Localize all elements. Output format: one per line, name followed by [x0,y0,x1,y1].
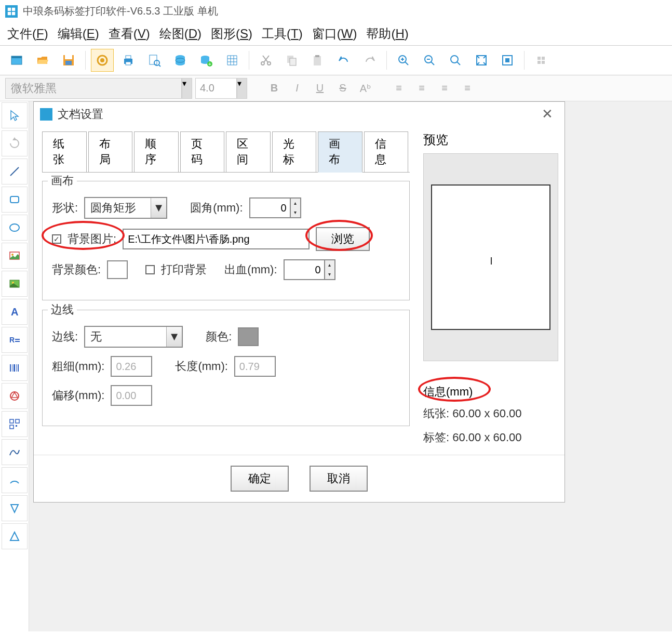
curve-tool[interactable] [2,439,28,465]
font-size-input[interactable] [195,78,237,99]
tab-info[interactable]: 信息 [364,131,409,172]
strike-button[interactable]: S [331,79,354,98]
rect-tool[interactable] [2,187,28,213]
bgimg-checkbox[interactable] [52,234,61,244]
info-label: 标签: 60.00 x 60.00 [423,426,558,450]
tab-range[interactable]: 区间 [226,131,271,172]
align-right-button[interactable]: ≡ [433,79,456,98]
menu-draw[interactable]: 绘图(D) [159,25,201,42]
picture-tool[interactable] [2,271,28,297]
chevron-down-icon[interactable]: ▼ [151,198,166,218]
menu-tool[interactable]: 工具(T) [262,25,303,42]
spin-up-icon[interactable]: ▴ [291,199,300,208]
cut-button[interactable] [254,49,277,72]
format-bar: ▾ ▾ B I U S Aᵇ ≡ ≡ ≡ ≡ [0,75,672,101]
undo-button[interactable] [332,49,355,72]
copy-button[interactable] [280,49,303,72]
font-dropdown-icon[interactable]: ▾ [182,78,192,99]
preview-button[interactable] [143,49,166,72]
tab-cursor[interactable]: 光标 [272,131,317,172]
print-button[interactable] [117,49,140,72]
ok-button[interactable]: 确定 [231,466,289,492]
zoom-out-button[interactable] [418,49,441,72]
menu-window[interactable]: 窗口(W) [312,25,357,42]
spin-down-icon[interactable]: ▾ [291,208,300,217]
redo-button[interactable] [358,49,381,72]
offset-label: 偏移(mm): [52,388,104,403]
chevron-down-icon[interactable]: ▼ [166,327,182,347]
border-combo[interactable]: 无 ▼ [84,326,183,348]
bgcolor-picker[interactable] [107,260,128,279]
shape-combo[interactable]: 圆角矩形 ▼ [84,197,167,219]
svg-rect-5 [11,56,22,58]
database-button[interactable] [169,49,192,72]
fit-button[interactable] [470,49,493,72]
open-button[interactable] [31,49,54,72]
zoom-in-button[interactable] [392,49,415,72]
text-tool[interactable]: A [2,299,28,325]
image-tool[interactable] [2,243,28,269]
length-input[interactable] [234,356,276,377]
tab-canvas[interactable]: 画布 [318,131,362,173]
rotate-tool[interactable] [2,130,28,156]
paste-button[interactable] [306,49,329,72]
app-title: 中琅条码标签打印软件-V6.5.3 工业版 单机 [23,4,218,18]
browse-button[interactable]: 浏览 [316,227,370,251]
offset-input[interactable] [111,385,152,406]
shape-tool[interactable] [2,383,28,409]
richtext-tool[interactable]: R [2,327,28,353]
zoom-reset-button[interactable] [444,49,467,72]
size-dropdown-icon[interactable]: ▾ [237,78,247,99]
svg-point-45 [451,56,458,63]
polygon-tool[interactable] [2,495,28,521]
align-justify-button[interactable]: ≡ [456,79,479,98]
underline-button[interactable]: U [308,79,331,98]
svg-line-39 [405,62,408,65]
new-doc-button[interactable] [5,49,28,72]
triangle-tool[interactable] [2,523,28,549]
menu-shape[interactable]: 图形(S) [211,25,252,42]
radius-spinner[interactable]: ▴▾ [249,197,301,218]
ellipse-tool[interactable] [2,215,28,241]
arc-tool[interactable] [2,467,28,493]
fit-page-button[interactable] [496,49,519,72]
thick-input[interactable] [111,356,152,377]
bleed-spinner[interactable]: ▴▾ [284,259,335,280]
bold-button[interactable]: B [263,79,286,98]
printbg-checkbox[interactable] [145,265,155,274]
align-left-button[interactable]: ≡ [387,79,410,98]
spin-up-icon[interactable]: ▴ [325,260,334,270]
tab-paper[interactable]: 纸张 [42,131,87,172]
tab-order[interactable]: 顺序 [134,131,179,172]
spin-down-icon[interactable]: ▾ [325,270,334,279]
menu-view[interactable]: 查看(V) [109,25,150,42]
menu-help[interactable]: 帮助(H) [366,25,408,42]
grid-button[interactable] [221,49,244,72]
menubar: 文件(F) 编辑(E) 查看(V) 绘图(D) 图形(S) 工具(T) 窗口(W… [0,22,672,46]
database-add-button[interactable]: + [195,49,218,72]
dialog-footer: 确定 取消 [34,455,565,502]
align-center-button[interactable]: ≡ [410,79,433,98]
bleed-label: 出血(mm): [224,262,277,278]
qr-tool[interactable] [2,411,28,437]
line-tool[interactable] [2,158,28,184]
save-button[interactable] [57,49,80,72]
svg-line-43 [431,62,434,65]
italic-button[interactable]: I [286,79,308,98]
font-selector[interactable] [5,78,182,99]
more-button[interactable] [530,49,553,72]
menu-file[interactable]: 文件(F) [7,25,48,42]
barcode-tool[interactable] [2,355,28,381]
close-icon[interactable]: ✕ [536,106,558,122]
settings-button[interactable] [91,49,114,72]
pointer-tool[interactable] [2,102,28,128]
tab-page[interactable]: 页码 [180,131,225,172]
bgimg-path-input[interactable] [123,229,310,249]
tab-layout[interactable]: 布局 [88,131,133,172]
menu-edit[interactable]: 编辑(E) [58,25,99,42]
preview-box [423,153,558,361]
super-button[interactable]: Aᵇ [354,79,377,98]
app-icon [5,5,18,18]
border-color-picker[interactable] [238,327,259,346]
cancel-button[interactable]: 取消 [310,466,368,492]
